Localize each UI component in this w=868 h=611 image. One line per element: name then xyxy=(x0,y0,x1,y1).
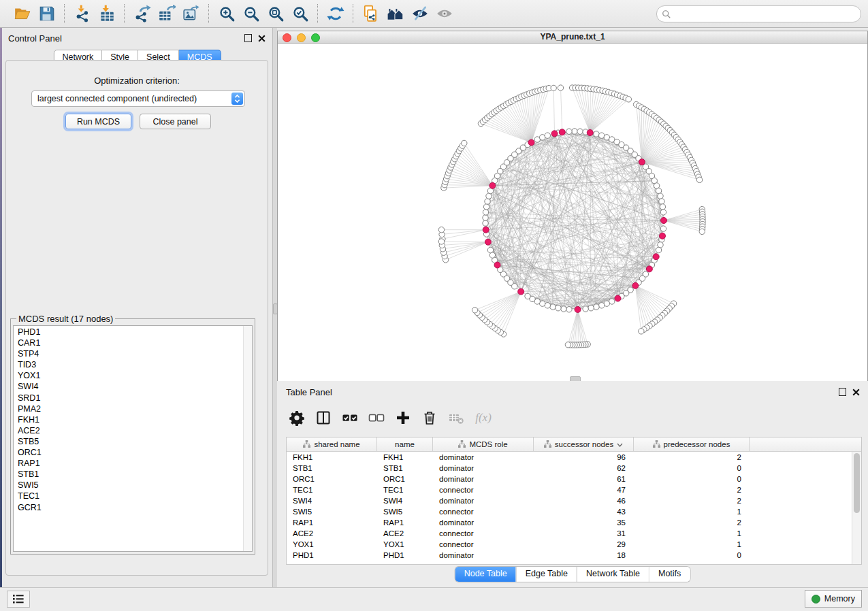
column-header-successor-nodes[interactable]: successor nodes xyxy=(534,437,634,451)
search-box[interactable] xyxy=(656,5,861,22)
mcds-result-item[interactable]: STB5 xyxy=(14,436,243,447)
table-body: FKH1FKH1dominator962STB1STB1dominator620… xyxy=(287,452,852,564)
import-table-icon[interactable] xyxy=(97,3,117,24)
cell-name: SWI5 xyxy=(377,506,433,517)
toolbar-group xyxy=(210,3,317,24)
mcds-result-item[interactable]: SWI5 xyxy=(14,480,243,491)
save-session-icon[interactable] xyxy=(37,3,57,24)
main-toolbar xyxy=(0,0,868,28)
mcds-result-list[interactable]: PHD1CAR1STP4TID3YOX1SWI4SRD1PMA2FKH1ACE2… xyxy=(14,327,243,551)
mcds-result-item[interactable]: STB1 xyxy=(14,469,243,480)
mcds-result-item[interactable]: GCR1 xyxy=(14,502,243,513)
select-all-icon[interactable] xyxy=(340,408,360,428)
cell-successor-nodes: 96 xyxy=(534,452,634,463)
documents-share-icon[interactable] xyxy=(361,3,381,24)
tab-edge-table[interactable]: Edge Table xyxy=(516,567,577,582)
float-panel-icon[interactable] xyxy=(839,388,846,396)
houses-icon[interactable] xyxy=(385,3,406,24)
mcds-result-box: PHD1CAR1STP4TID3YOX1SWI4SRD1PMA2FKH1ACE2… xyxy=(13,325,253,552)
mcds-result-item[interactable]: ORC1 xyxy=(14,447,243,458)
column-header-name[interactable]: name xyxy=(377,437,433,451)
table-row[interactable]: ORC1ORC1dominator610 xyxy=(287,474,852,484)
tab-network-table[interactable]: Network Table xyxy=(577,567,649,582)
column-header-mcds-role[interactable]: MCDS role xyxy=(433,437,534,451)
run-mcds-button[interactable]: Run MCDS xyxy=(65,114,131,129)
column-label: MCDS role xyxy=(469,440,507,448)
cell-name: STB1 xyxy=(377,463,433,474)
close-panel-button[interactable]: Close panel xyxy=(140,114,211,129)
mcds-result-item[interactable]: PHD1 xyxy=(14,327,243,337)
column-header-empty xyxy=(750,437,861,451)
table-row[interactable]: YOX1YOX1connector291 xyxy=(287,539,852,550)
tab-motifs[interactable]: Motifs xyxy=(649,567,690,582)
table-row[interactable]: FKH1FKH1dominator962 xyxy=(287,452,852,463)
zoom-in-icon[interactable] xyxy=(216,3,237,24)
mcds-result-item[interactable]: TEC1 xyxy=(14,491,243,501)
list-icon xyxy=(13,595,24,604)
mcds-tab-content: Optimization criterion: largest connecte… xyxy=(5,60,268,576)
settings-gear-icon[interactable] xyxy=(287,408,307,428)
network-graph-canvas[interactable] xyxy=(278,44,866,381)
mcds-result-item[interactable]: SRD1 xyxy=(14,393,243,403)
export-image-icon[interactable] xyxy=(181,3,202,24)
close-panel-icon[interactable] xyxy=(852,389,860,396)
search-input[interactable] xyxy=(674,9,861,20)
column-header-shared-name[interactable]: shared name xyxy=(287,437,377,451)
column-label: shared name xyxy=(314,440,359,448)
optimization-criterion-select[interactable]: largest connected component (undirected) xyxy=(31,90,245,107)
close-panel-icon[interactable] xyxy=(258,35,266,42)
table-row[interactable]: SWI4SWI4dominator462 xyxy=(287,495,852,506)
apply-layout-icon[interactable] xyxy=(325,3,346,24)
table-row[interactable]: ACE2ACE2connector311 xyxy=(287,528,852,539)
cell-predecessor-nodes: 1 xyxy=(634,506,750,517)
mcds-result-item[interactable]: TID3 xyxy=(14,359,243,370)
float-panel-icon[interactable] xyxy=(244,34,252,42)
column-header-predecessor-nodes[interactable]: predecessor nodes xyxy=(634,437,750,451)
mcds-result-item[interactable]: CAR1 xyxy=(14,337,243,348)
deselect-all-icon[interactable] xyxy=(366,408,387,428)
search-icon xyxy=(662,10,671,19)
cell-mcds-role: connector xyxy=(433,539,534,550)
cell-successor-nodes: 18 xyxy=(534,550,634,561)
mcds-result-item[interactable]: ACE2 xyxy=(14,425,243,436)
table-row[interactable]: RAP1RAP1dominator352 xyxy=(287,517,852,528)
mcds-result-item[interactable]: FKH1 xyxy=(14,414,243,425)
network-window: YPA_prune.txt_1 xyxy=(277,31,868,382)
table-row[interactable]: SWI5SWI5connector431 xyxy=(287,506,852,517)
network-window-titlebar[interactable]: YPA_prune.txt_1 xyxy=(278,31,867,44)
mcds-result-item[interactable]: RAP1 xyxy=(14,458,243,469)
eye-slash-icon[interactable] xyxy=(410,3,430,24)
table-scrollbar[interactable] xyxy=(852,452,861,564)
memory-button[interactable]: Memory xyxy=(805,590,862,608)
cell-predecessor-nodes: 2 xyxy=(634,495,750,506)
mcds-result-item[interactable]: YOX1 xyxy=(14,370,243,381)
tab-node-table[interactable]: Node Table xyxy=(455,567,516,582)
mcds-list-scrollbar[interactable] xyxy=(243,326,252,551)
node-table: shared namenameMCDS rolesuccessor nodesp… xyxy=(286,437,862,565)
mcds-result-item[interactable]: STP4 xyxy=(14,348,243,359)
zoom-selected-icon[interactable] xyxy=(290,3,310,24)
toolbar-group xyxy=(5,3,64,24)
table-row[interactable]: TEC1TEC1connector472 xyxy=(287,484,852,495)
cell-shared-name: FKH1 xyxy=(287,452,377,463)
network-window-title: YPA_prune.txt_1 xyxy=(278,32,867,42)
table-row[interactable]: PHD1PHD1dominator180 xyxy=(287,550,852,561)
task-history-button[interactable] xyxy=(7,591,30,608)
dropdown-stepper-icon xyxy=(231,93,243,105)
cell-shared-name: ORC1 xyxy=(287,474,377,484)
delete-row-icon[interactable] xyxy=(419,408,440,428)
table-scrollbar-thumb[interactable] xyxy=(854,453,860,513)
table-panel-title: Table Panel xyxy=(286,387,332,397)
export-network-icon[interactable] xyxy=(132,3,152,24)
mcds-result-item[interactable]: PMA2 xyxy=(14,403,243,414)
zoom-fit-icon[interactable] xyxy=(266,3,286,24)
export-table-icon[interactable] xyxy=(157,3,177,24)
zoom-out-icon[interactable] xyxy=(241,3,261,24)
import-network-icon[interactable] xyxy=(72,3,93,24)
control-panel-title: Control Panel xyxy=(8,33,62,44)
add-row-icon[interactable] xyxy=(393,408,413,428)
mcds-result-item[interactable]: SWI4 xyxy=(14,381,243,392)
show-columns-icon[interactable] xyxy=(313,408,334,428)
open-file-icon[interactable] xyxy=(12,3,33,24)
table-row[interactable]: STB1STB1dominator620 xyxy=(287,463,852,474)
